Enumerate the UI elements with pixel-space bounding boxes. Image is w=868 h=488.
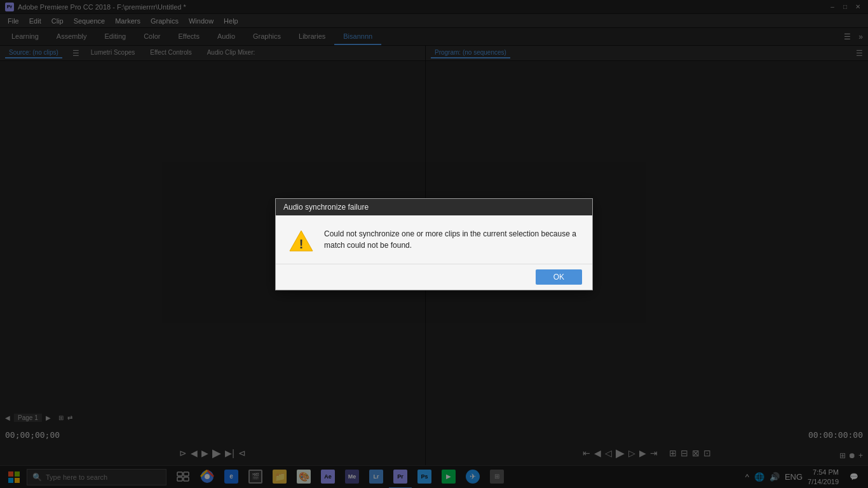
error-dialog: Audio synchronize failure ! Could not sy…: [275, 198, 593, 290]
ok-button[interactable]: OK: [536, 269, 582, 285]
dialog-footer: OK: [276, 264, 592, 290]
svg-text:!: !: [299, 237, 304, 251]
warning-icon: !: [288, 228, 314, 254]
dialog-message: Could not synchronize one or more clips …: [324, 228, 580, 254]
dialog-title: Audio synchronize failure: [283, 203, 369, 212]
dialog-body: ! Could not synchronize one or more clip…: [276, 215, 592, 264]
dialog-titlebar: Audio synchronize failure: [276, 199, 592, 215]
dialog-overlay: Audio synchronize failure ! Could not sy…: [0, 0, 868, 488]
